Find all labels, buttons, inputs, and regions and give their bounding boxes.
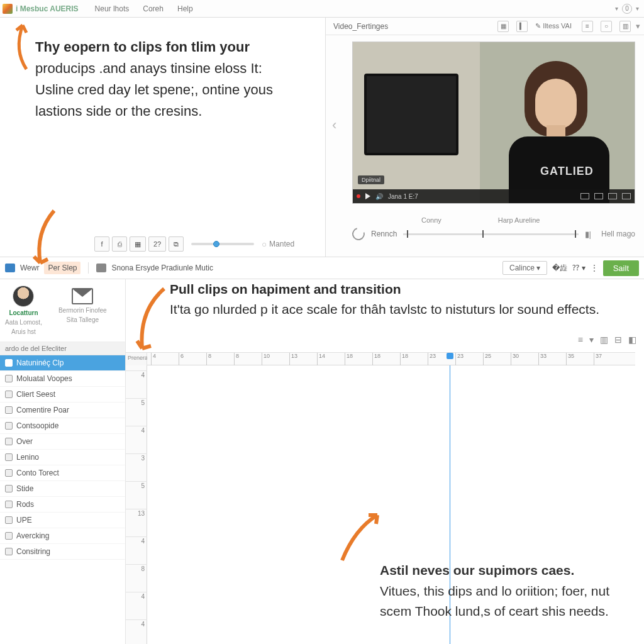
pause-end-icon: ▮| xyxy=(585,230,591,239)
mini-toolbar: f ⎙ ▦ 2? ⧉ ○ Manted xyxy=(94,236,319,252)
tree-header: ardo de del Efecliter xyxy=(0,342,125,355)
settings-icon[interactable] xyxy=(594,193,603,199)
avatar xyxy=(13,286,34,307)
refresh-icon[interactable] xyxy=(350,225,367,242)
menu-item[interactable]: Coreh xyxy=(136,3,170,15)
layout-icon[interactable]: ▥ xyxy=(600,335,608,345)
cc-icon[interactable] xyxy=(580,193,589,199)
tab-video[interactable]: Video_Fertinges xyxy=(330,19,392,33)
menu-icon[interactable]: ⋮ xyxy=(591,264,598,272)
ruler-corner: Prenerat xyxy=(126,353,147,365)
annotation-text: Thy eopern to clips fon tlim your produc… xyxy=(35,36,294,122)
fullscreen-icon[interactable] xyxy=(622,193,631,199)
share-icon[interactable]: �歮 xyxy=(552,263,567,274)
tool-button[interactable]: ⎙ xyxy=(112,236,127,252)
tree-item[interactable]: Lenino xyxy=(0,450,125,465)
video-controls: 🔊 Jana 1 E:7 xyxy=(353,189,635,203)
dropdown[interactable]: Calince ▾ xyxy=(502,261,547,275)
tree-item[interactable]: Contsoopide xyxy=(0,418,125,434)
play-icon[interactable] xyxy=(365,193,370,199)
annotation-arrow-icon xyxy=(336,510,386,567)
chevron-down-icon[interactable]: ▾ xyxy=(636,21,640,31)
preview-tabbar: Video_Fertinges ▦ ▍ ✎ Iltess VAI ≡ ○ ▥ ▾ xyxy=(326,18,644,35)
tool-button[interactable]: ▦ xyxy=(130,236,146,252)
menu-item[interactable]: Neur lhots xyxy=(89,3,136,15)
mail-block[interactable]: Bermorin Finofee Sita Tallege xyxy=(58,286,107,335)
user-icon[interactable]: ▍ xyxy=(516,21,528,32)
annotation-arrow-icon xyxy=(23,208,67,270)
zoom-slider[interactable] xyxy=(191,243,254,245)
pip-icon[interactable] xyxy=(608,193,617,199)
tree-item[interactable]: Comentire Poar xyxy=(0,402,125,418)
project-toolbar: Wewr Per Slep Snona Ersyde Pradiunle Mut… xyxy=(0,257,644,279)
tree-item[interactable]: Over xyxy=(0,434,125,450)
chevron-down-icon[interactable]: ▾ xyxy=(613,5,621,12)
scrub-end-label: Hell mago xyxy=(601,230,635,238)
mail-icon xyxy=(72,288,93,304)
panel-label: ✎ Iltess VAI xyxy=(535,22,572,30)
tree-item[interactable]: Stide xyxy=(0,481,125,497)
ruler-horizontal: 468810131418181823232530333537 xyxy=(147,353,635,365)
save-button[interactable]: Sailt xyxy=(603,260,639,276)
counter-badge: 0 xyxy=(622,4,632,14)
list-icon[interactable]: ≡ xyxy=(578,335,583,345)
volume-icon[interactable]: 🔊 xyxy=(375,193,383,200)
preview-panel: Video_Fertinges ▦ ▍ ✎ Iltess VAI ≡ ○ ▥ ▾… xyxy=(326,18,644,257)
timeline-canvas[interactable]: Astil neves our supimors caes. Vitues, t… xyxy=(147,365,635,644)
clip-badge: Dpiitnal xyxy=(358,175,384,184)
sidebar: Locatturn Aata Lomost, Aruis hst Bermori… xyxy=(0,279,126,644)
chevron-down-icon[interactable]: ▾ xyxy=(589,335,594,345)
annotation-arrow-icon xyxy=(130,286,174,355)
profile-block[interactable]: Locatturn Aata Lomost, Aruis hst xyxy=(5,286,42,335)
minus-icon[interactable]: ⊟ xyxy=(614,335,622,345)
new-icon[interactable] xyxy=(5,264,15,272)
effect-tree: Natuninéç Clp Moluatal Voopes Cliert See… xyxy=(0,355,125,560)
timeline[interactable]: Prenerat 468810131418181823232530333537 … xyxy=(126,352,635,644)
panel-icon[interactable]: ◧ xyxy=(628,335,636,345)
video-preview[interactable]: GATLIED Dpiitnal 🔊 Jana 1 E:7 xyxy=(352,42,635,204)
annotation-arrow-icon xyxy=(1,19,39,75)
chevron-left-icon[interactable]: ‹ xyxy=(332,117,336,133)
chevron-down-icon[interactable]: ▾ xyxy=(633,5,641,12)
canvas-toolbar: ≡ ▾ ▥ ⊟ ◧ xyxy=(578,335,636,345)
tree-item[interactable]: Consitring xyxy=(0,544,125,560)
tree-item[interactable]: Conto Torect xyxy=(0,465,125,481)
tree-item[interactable]: Rods xyxy=(0,497,125,513)
refresh-label: Rennch xyxy=(371,230,397,238)
scrub-bar: Conny Harp Aureline Rennch ▮| Hell mago xyxy=(352,216,635,240)
tree-item[interactable]: UPE xyxy=(0,513,125,528)
settings-icon[interactable]: ≡ xyxy=(582,21,593,32)
tool-button[interactable]: f xyxy=(94,236,109,252)
ruler-vertical: 45435134844 xyxy=(126,365,147,644)
annotation-text: Astil neves our supimors caes. Vitues, t… xyxy=(380,560,610,622)
doc-icon xyxy=(96,264,106,272)
tree-item[interactable]: Cliert Seest xyxy=(0,387,125,402)
tool-button[interactable]: 2? xyxy=(148,236,166,252)
timeline-area: Pull clips on hapiment and transition It… xyxy=(126,279,644,644)
scrub-track[interactable] xyxy=(403,233,578,235)
menubar: i Mesbuc AUERIS Neur lhots Coreh Help ▾ … xyxy=(0,0,644,18)
scrub-label: Harp Aureline xyxy=(498,216,540,224)
tree-item[interactable]: Natuninéç Clp xyxy=(0,355,125,371)
app-logo-icon xyxy=(3,4,13,14)
record-icon xyxy=(357,194,360,198)
tool-button[interactable]: ⧉ xyxy=(169,236,184,252)
layout-icon[interactable]: ▥ xyxy=(619,21,631,32)
annotation-text: Pull clips on hapiment and transition It… xyxy=(170,279,625,319)
timecode: Jana 1 E:7 xyxy=(388,193,418,200)
app-title: i Mesbuc AUERIS xyxy=(16,4,79,13)
circle-icon[interactable]: ○ xyxy=(601,21,612,32)
grid-icon[interactable]: ▦ xyxy=(497,21,509,32)
scrub-label: Conny xyxy=(421,216,441,224)
tree-item[interactable]: Avercking xyxy=(0,528,125,544)
project-label: Snona Ersyde Pradiunle Mutic xyxy=(111,264,213,272)
tree-item[interactable]: Moluatal Voopes xyxy=(0,371,125,387)
menu-item[interactable]: Help xyxy=(171,3,199,15)
slider-label: Manted xyxy=(269,240,294,248)
help-icon[interactable]: ⁇ ▾ xyxy=(572,264,585,272)
